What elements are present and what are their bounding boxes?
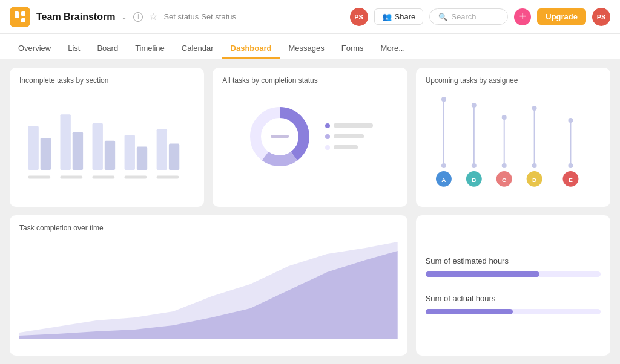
card-sum-hours: Sum of estimated hours Sum of actual hou… xyxy=(416,215,610,356)
svg-text:A: A xyxy=(441,177,446,183)
svg-point-30 xyxy=(501,163,506,168)
nav-item-board[interactable]: Board xyxy=(88,39,127,59)
nav-item-list[interactable]: List xyxy=(59,39,88,59)
svg-rect-17 xyxy=(157,176,179,179)
sum-actual-title: Sum of actual hours xyxy=(426,294,601,303)
nav-item-calendar[interactable]: Calendar xyxy=(173,39,222,59)
donut-chart xyxy=(246,103,313,170)
legend-item-1 xyxy=(325,123,373,128)
card-incomplete-tasks: Incomplete tasks by section xyxy=(10,68,204,207)
donut-container xyxy=(222,89,397,183)
svg-point-23 xyxy=(441,97,446,102)
stick-chart: A B C D E xyxy=(426,87,601,190)
card-all-tasks: All tasks by completion status xyxy=(213,68,407,207)
svg-point-35 xyxy=(568,118,573,123)
svg-point-29 xyxy=(501,115,506,120)
actual-bar-fill xyxy=(426,309,513,314)
upcoming-tasks-title: Upcoming tasks by assignee xyxy=(426,76,601,85)
svg-rect-3 xyxy=(28,126,38,170)
svg-rect-11 xyxy=(157,129,167,170)
svg-rect-12 xyxy=(169,144,179,170)
svg-rect-1 xyxy=(21,11,25,16)
card-upcoming-tasks: Upcoming tasks by assignee A xyxy=(416,68,610,207)
svg-point-32 xyxy=(532,106,536,111)
svg-rect-21 xyxy=(271,135,289,138)
area-chart xyxy=(19,236,398,339)
set-status-label[interactable]: Set status xyxy=(201,12,236,21)
logo-icon xyxy=(14,11,26,23)
nav-item-forms[interactable]: Forms xyxy=(333,39,372,59)
nav-item-messages[interactable]: Messages xyxy=(280,39,332,59)
estimated-bar-fill xyxy=(426,271,539,277)
estimated-bar-bg xyxy=(426,271,601,277)
metric-actual: Sum of actual hours xyxy=(426,294,601,314)
svg-rect-4 xyxy=(41,138,51,170)
svg-rect-14 xyxy=(61,176,83,179)
svg-rect-2 xyxy=(21,18,25,22)
search-bar[interactable]: 🔍 Search xyxy=(429,8,508,25)
info-icon[interactable]: i xyxy=(133,12,143,22)
search-icon: 🔍 xyxy=(438,13,447,21)
actual-bar-bg xyxy=(426,309,601,314)
sum-estimated-title: Sum of estimated hours xyxy=(426,256,601,265)
avatar-right: PS xyxy=(592,8,610,26)
share-icon: 👥 xyxy=(382,12,392,21)
svg-rect-13 xyxy=(28,176,50,179)
svg-point-24 xyxy=(441,163,446,168)
svg-rect-0 xyxy=(15,11,19,18)
svg-rect-16 xyxy=(125,176,147,179)
svg-rect-8 xyxy=(105,141,115,170)
legend-item-3 xyxy=(325,145,373,150)
dashboard-content: Incomplete tasks by section xyxy=(0,59,620,364)
task-completion-title: Task completion over time xyxy=(19,224,398,232)
nav-item-timeline[interactable]: Timeline xyxy=(127,39,173,59)
donut-legend xyxy=(325,123,373,150)
avatar-left: PS xyxy=(350,8,368,26)
svg-rect-10 xyxy=(137,146,147,170)
svg-text:D: D xyxy=(532,177,536,183)
metric-estimated: Sum of estimated hours xyxy=(426,256,601,277)
set-status[interactable]: Set status xyxy=(163,12,199,21)
incomplete-tasks-title: Incomplete tasks by section xyxy=(19,76,194,85)
svg-rect-5 xyxy=(61,114,71,170)
share-label: Share xyxy=(395,12,416,21)
nav-item-more[interactable]: More... xyxy=(372,39,414,59)
svg-text:E: E xyxy=(569,177,573,183)
legend-item-2 xyxy=(325,134,373,139)
nav-item-overview[interactable]: Overview xyxy=(10,39,59,59)
project-name: Team Brainstorm xyxy=(36,11,115,22)
svg-text:B: B xyxy=(472,177,476,183)
all-tasks-title: All tasks by completion status xyxy=(222,76,397,85)
svg-rect-6 xyxy=(73,132,83,170)
nav-bar: Overview List Board Timeline Calendar Da… xyxy=(0,34,620,59)
star-icon[interactable]: ☆ xyxy=(149,11,157,22)
svg-rect-9 xyxy=(125,135,135,170)
svg-point-33 xyxy=(532,163,536,168)
svg-point-26 xyxy=(471,103,476,108)
bar-chart-incomplete xyxy=(19,89,194,183)
add-button[interactable]: + xyxy=(514,8,531,25)
svg-text:C: C xyxy=(502,177,506,183)
card-task-completion: Task completion over time xyxy=(10,215,407,356)
project-chevron-icon[interactable]: ⌄ xyxy=(121,13,127,21)
nav-item-dashboard[interactable]: Dashboard xyxy=(222,39,280,59)
header: Team Brainstorm ⌄ i ☆ Set status Set sta… xyxy=(0,0,620,34)
upgrade-button[interactable]: Upgrade xyxy=(537,8,586,25)
svg-point-36 xyxy=(568,163,573,168)
svg-point-27 xyxy=(471,163,476,168)
svg-rect-15 xyxy=(93,176,115,179)
svg-rect-7 xyxy=(93,123,103,170)
app-logo xyxy=(10,7,30,27)
share-button[interactable]: 👥 Share xyxy=(374,8,424,25)
search-placeholder: Search xyxy=(451,12,476,21)
